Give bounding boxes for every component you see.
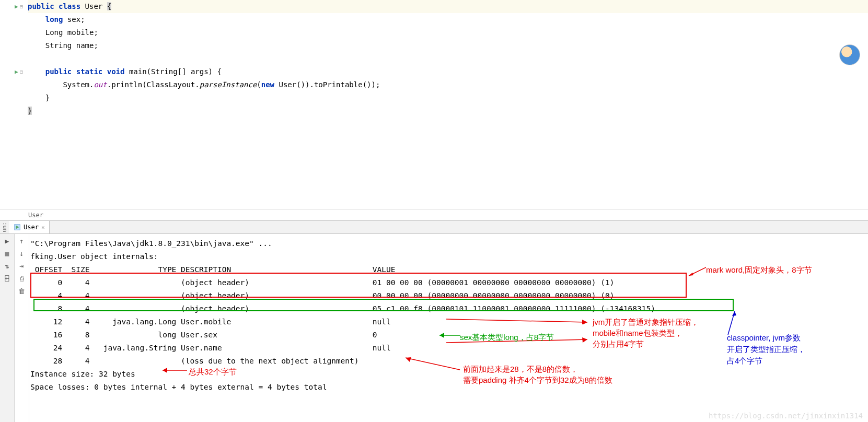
arrow-icon — [446, 317, 592, 324]
svg-marker-6 — [582, 320, 587, 324]
svg-marker-10 — [439, 333, 444, 338]
annotation-markword: mark word,固定对象头，8字节 — [706, 263, 812, 276]
markword-box — [30, 273, 687, 298]
layout-icon[interactable]: ⇅ — [3, 261, 12, 271]
delete-icon[interactable]: 🗑 — [17, 286, 27, 296]
stop-icon[interactable]: ■ — [3, 249, 12, 258]
brace: } — [28, 107, 32, 115]
svg-marker-14 — [406, 357, 411, 362]
arrow-icon — [437, 331, 460, 339]
fold-icon[interactable]: ⊟ — [20, 0, 23, 13]
space-losses: Space losses: 0 bytes internal + 4 bytes… — [30, 381, 867, 394]
tab-label: User — [24, 224, 39, 231]
annotation-oop: jvm开启了普通对象指针压缩， mobile和name包装类型， 分别占用4字节 — [593, 316, 699, 349]
console-output[interactable]: "C:\Program Files\Java\jdk1.8.0_231\bin\… — [29, 234, 868, 422]
keyword: long — [45, 15, 67, 24]
console-title: fking.User object internals: — [30, 250, 867, 263]
arrow-icon — [406, 356, 463, 372]
tab-user[interactable]: User × — [9, 221, 50, 233]
run-toolbar: ▶ ■ ⇅ ⍇ — [0, 234, 15, 422]
rerun-icon[interactable]: ▶ — [3, 236, 12, 245]
run-panel-label: un: — [0, 221, 9, 233]
svg-line-5 — [446, 319, 587, 322]
classpointer-box — [33, 299, 734, 311]
fold-icon[interactable]: ⊟ — [20, 65, 23, 78]
annotation-total: 总共32个字节 — [189, 365, 237, 378]
avatar — [839, 44, 860, 65]
exit-icon[interactable]: ⍇ — [3, 274, 12, 283]
arrow-icon — [727, 310, 753, 336]
keyword: public static void — [45, 67, 129, 76]
console-cmd: "C:\Program Files\Java\jdk1.8.0_231\bin\… — [30, 237, 867, 250]
console-toolbar: ↑ ↓ ⇥ ⎙ 🗑 — [15, 234, 29, 422]
run-icon[interactable]: ▶ — [15, 65, 18, 78]
code-line — [28, 52, 868, 65]
code-editor[interactable]: ▶⊟ ▶⊟ public class User { long sex; Long… — [0, 0, 868, 209]
gutter: ▶⊟ ▶⊟ — [0, 0, 24, 209]
watermark: https://blog.csdn.net/jinxinxin1314 — [709, 412, 863, 420]
annotation-classpointer: classpointer, jvm参数 开启了类型指正压缩， 占4个字节 — [727, 332, 805, 367]
arrow-icon — [688, 266, 706, 277]
annotation-longsex: sex基本类型long，占8字节 — [460, 331, 554, 344]
code-line: String name; — [28, 39, 868, 52]
breadcrumb[interactable]: User — [0, 209, 868, 220]
code-line: Long mobile; — [28, 26, 868, 39]
static-field: out — [94, 80, 107, 89]
keyword: public class — [28, 2, 85, 10]
brace: { — [107, 2, 111, 10]
console-panel: ▶ ■ ⇅ ⍇ ↑ ↓ ⇥ ⎙ 🗑 "C:\Program Files\Java… — [0, 234, 868, 422]
keyword: new — [261, 80, 279, 89]
up-icon[interactable]: ↑ — [17, 236, 27, 245]
code-area[interactable]: public class User { long sex; Long mobil… — [24, 0, 868, 209]
arrow-icon — [160, 367, 187, 374]
annotation-padding: 前面加起来是28，不是8的倍数， 需要padding 补齐4个字节到32成为8的… — [463, 364, 612, 385]
svg-line-13 — [406, 358, 460, 370]
print-icon[interactable]: ⎙ — [17, 274, 27, 283]
svg-marker-12 — [163, 368, 167, 373]
run-tab-bar: un: User × — [0, 220, 868, 234]
run-icon[interactable]: ▶ — [15, 0, 18, 13]
svg-marker-2 — [689, 273, 693, 276]
close-icon[interactable]: × — [41, 224, 45, 231]
svg-marker-8 — [582, 337, 587, 343]
down-icon[interactable]: ↓ — [17, 249, 27, 258]
class-name: User — [85, 2, 107, 10]
wrap-icon[interactable]: ⇥ — [17, 261, 27, 271]
run-config-icon — [14, 224, 21, 231]
code-line: } — [28, 91, 868, 104]
